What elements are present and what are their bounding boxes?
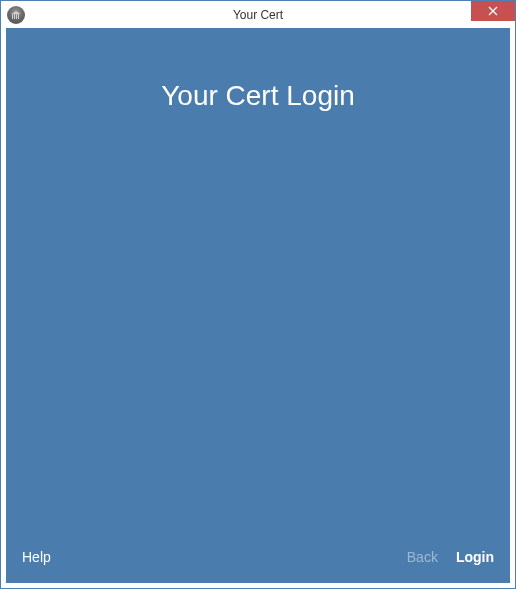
app-icon — [7, 6, 25, 24]
login-button[interactable]: Login — [456, 549, 494, 565]
svg-rect-3 — [18, 14, 19, 19]
window-title: Your Cert — [233, 8, 283, 22]
svg-rect-2 — [16, 14, 17, 19]
footer: Help Back Login — [6, 539, 510, 583]
content-panel: Your Cert Login Help Back Login — [6, 28, 510, 583]
close-button[interactable] — [471, 1, 515, 21]
help-link[interactable]: Help — [22, 549, 51, 565]
back-button: Back — [407, 549, 438, 565]
titlebar: Your Cert — [1, 1, 515, 29]
close-icon — [488, 6, 498, 16]
svg-rect-0 — [12, 14, 13, 19]
page-title: Your Cert Login — [6, 80, 510, 112]
svg-rect-1 — [14, 14, 15, 19]
